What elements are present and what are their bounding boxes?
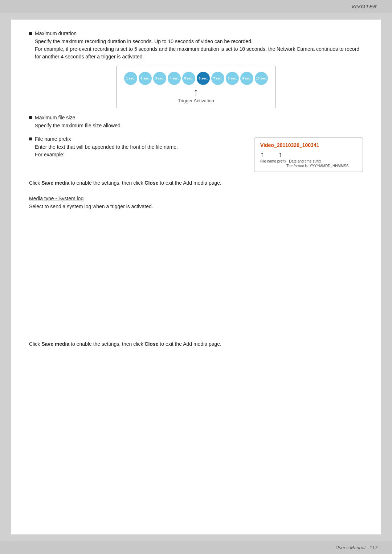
bullet-icon [29, 32, 32, 35]
filename-example: Video_20110320_100341 [260, 142, 357, 148]
main-content: Maximum duration Specify the maximum rec… [11, 20, 381, 534]
circle-3: 3 sec. [153, 72, 166, 85]
circle-2: 2 sec. [139, 72, 152, 85]
spacer-7 [29, 304, 363, 319]
section-system-log: Media type - System log Select to send a… [29, 196, 363, 210]
circle-6-active: 6 sec. [197, 72, 210, 85]
close-bold-2: Close [144, 341, 158, 347]
circle-1: 1 sec. [124, 72, 137, 85]
brand-label: VIVOTEK [351, 3, 377, 9]
filename-arrows: ↑ ↑ [260, 150, 357, 159]
circle-4: 4 sec. [168, 72, 181, 85]
circle-5: 5 sec. [182, 72, 195, 85]
max-file-size-title: Maximum file size [35, 115, 75, 120]
bullet-file-name-prefix: File name prefix [29, 136, 247, 142]
max-duration-desc1: Specify the maximum recording duration i… [35, 38, 363, 45]
bullet-max-file-size: Maximum file size [29, 115, 363, 120]
bullet-icon-2 [29, 116, 32, 119]
timeline-diagram: 1 sec. 2 sec. 3 sec. 4 sec. 5 sec. 6 sec… [116, 66, 276, 108]
spacer-8 [29, 319, 363, 333]
filename-format-label: The format is: YYYYMMDD_HHMMSS [286, 164, 357, 168]
spacer-6 [29, 290, 363, 304]
section-max-duration: Maximum duration Specify the maximum rec… [29, 30, 363, 108]
trigger-arrow-up-icon: ↑ [193, 87, 199, 97]
spacer-2 [29, 231, 363, 246]
max-duration-title: Maximum duration [35, 30, 77, 36]
media-type-heading: Media type - System log [29, 196, 83, 201]
arrow-prefix-icon: ↑ [260, 150, 264, 159]
save-media-bold-1: Save media [41, 180, 69, 186]
system-log-desc: Select to send a system log when a trigg… [29, 203, 363, 210]
file-name-prefix-title: File name prefix [35, 136, 71, 142]
spacer-3 [29, 246, 363, 260]
max-file-size-desc: Specify the maximum file size allowed. [35, 122, 363, 130]
spacer-4 [29, 260, 363, 275]
bullet-icon-3 [29, 138, 32, 140]
filename-diagram: Video_20110320_100341 ↑ ↑ File name pref… [254, 138, 363, 172]
save-media-bold-2: Save media [41, 341, 69, 347]
section-file-name-prefix: Video_20110320_100341 ↑ ↑ File name pref… [29, 136, 363, 172]
section-max-file-size: Maximum file size Specify the maximum fi… [29, 115, 363, 130]
footer-label: User's Manual - 117 [335, 545, 377, 550]
save-media-line-2: Click Save media to enable the settings,… [29, 340, 363, 348]
circle-8: 8 sec. [226, 72, 239, 85]
circle-9: 9 sec. [240, 72, 253, 85]
timeline-circles: 1 sec. 2 sec. 3 sec. 4 sec. 5 sec. 6 sec… [124, 72, 268, 85]
arrow-suffix-icon: ↑ [278, 150, 282, 159]
circle-10: 10 sec. [255, 72, 268, 85]
spacer-1 [29, 217, 363, 231]
close-bold-1: Close [144, 180, 158, 186]
circle-7: 7 sec. [211, 72, 224, 85]
filename-labels: File name prefix Date and time suffix [260, 159, 357, 163]
spacer-5 [29, 275, 363, 290]
filename-suffix-label: Date and time suffix [289, 159, 321, 163]
trigger-activation-label: Trigger Activation [178, 98, 214, 103]
top-bar: VIVOTEK [0, 0, 392, 13]
max-duration-desc2: For example, if pre-event recording is s… [35, 45, 363, 61]
save-media-line-1: Click Save media to enable the settings,… [29, 179, 363, 187]
bottom-bar: User's Manual - 117 [0, 541, 392, 554]
bullet-max-duration: Maximum duration [29, 30, 363, 36]
filename-prefix-label: File name prefix [260, 159, 286, 163]
trigger-arrow-container: ↑ Trigger Activation [178, 87, 214, 103]
